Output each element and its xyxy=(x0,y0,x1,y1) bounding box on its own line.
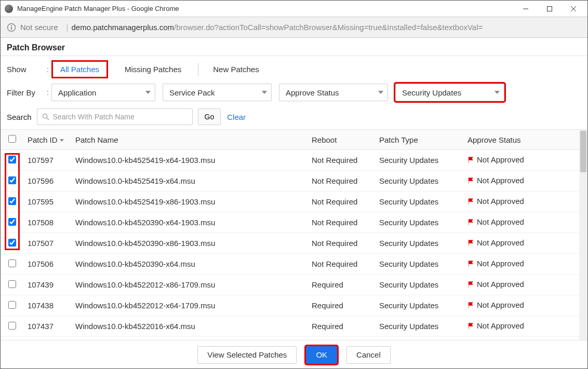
maximize-button[interactable] xyxy=(538,1,562,17)
cell-patch-id: 107436 xyxy=(23,337,71,340)
filter-row: Filter By : Application Service Pack App… xyxy=(7,84,581,101)
cell-patch-name: Windows10.0-kb4525419-x64-1903.msu xyxy=(71,150,308,171)
cell-reboot: Not Required xyxy=(308,150,375,171)
cell-patch-name: Windows10.0-kb4520390-x86-1903.msu xyxy=(71,233,308,254)
filter-application-dropdown[interactable]: Application xyxy=(51,84,155,101)
address-separator: | xyxy=(66,23,69,32)
cell-patch-type: Security Updates xyxy=(375,275,463,295)
row-checkbox[interactable] xyxy=(8,280,16,288)
cell-patch-id: 107596 xyxy=(23,171,71,192)
filter-securityupdates-dropdown[interactable]: Security Updates xyxy=(395,84,504,101)
tab-missing-patches[interactable]: Missing Patches xyxy=(117,62,189,77)
table-row[interactable]: 107437Windows10.0-kb4522016-x64.msuRequi… xyxy=(1,316,579,337)
cell-approve-status: Not Approved xyxy=(463,295,579,316)
cell-patch-name: Windows10.0-kb4522016-x64.msu xyxy=(71,316,308,337)
header-patch-type[interactable]: Patch Type xyxy=(375,130,463,150)
cell-patch-id: 107438 xyxy=(23,295,71,316)
cell-reboot: Not Required xyxy=(308,171,375,192)
row-checkbox[interactable] xyxy=(8,301,16,309)
cell-approve-status: Not Approved xyxy=(463,150,579,171)
row-checkbox[interactable] xyxy=(8,197,16,205)
show-label: Show xyxy=(7,65,44,74)
filter-servicepack-dropdown[interactable]: Service Pack xyxy=(163,84,272,101)
window-title: ManageEngine Patch Manager Plus - Google… xyxy=(17,5,179,12)
cell-patch-id: 107437 xyxy=(23,316,71,337)
cell-patch-type: Security Updates xyxy=(375,316,463,337)
table-row[interactable]: 107508Windows10.0-kb4520390-x64-1903.msu… xyxy=(1,212,579,233)
chevron-down-icon xyxy=(495,91,500,94)
cell-approve-status: Not Approved xyxy=(463,212,579,233)
table-row[interactable]: 107595Windows10.0-kb4525419-x86-1903.msu… xyxy=(1,192,579,212)
cell-patch-id: 107508 xyxy=(23,212,71,233)
page-title: Patch Browser xyxy=(1,38,587,56)
go-button[interactable]: Go xyxy=(198,108,221,125)
cell-patch-id: 107595 xyxy=(23,192,71,212)
filter-label: Filter By xyxy=(7,88,44,97)
cell-patch-type: Security Updates xyxy=(375,150,463,171)
cell-patch-type: Security Updates xyxy=(375,254,463,275)
header-approve-status[interactable]: Approve Status xyxy=(463,130,579,150)
flag-icon xyxy=(467,218,475,227)
flag-icon xyxy=(467,198,475,207)
close-button[interactable] xyxy=(562,1,585,17)
row-checkbox[interactable] xyxy=(8,218,16,226)
cancel-button[interactable]: Cancel xyxy=(346,346,391,364)
view-selected-button[interactable]: View Selected Patches xyxy=(197,346,297,364)
tab-all-patches[interactable]: All Patches xyxy=(51,60,108,78)
cell-patch-type: Security Updates xyxy=(375,212,463,233)
tabs-divider xyxy=(198,63,198,76)
table-row[interactable]: 107596Windows10.0-kb4525419-x64.msuNot R… xyxy=(1,171,579,192)
search-box[interactable] xyxy=(37,108,193,125)
table-row[interactable]: 107506Windows10.0-kb4520390-x64.msuNot R… xyxy=(1,254,579,275)
minimize-button[interactable] xyxy=(514,1,538,17)
cell-reboot: Required xyxy=(308,275,375,295)
clear-link[interactable]: Clear xyxy=(227,113,246,121)
header-patch-id[interactable]: Patch ID xyxy=(23,130,71,150)
select-all-checkbox[interactable] xyxy=(8,135,16,143)
scrollbar-thumb[interactable] xyxy=(580,131,586,172)
row-checkbox[interactable] xyxy=(8,322,16,330)
cell-reboot: Required xyxy=(308,316,375,337)
cell-reboot: Not Required xyxy=(308,192,375,212)
chevron-down-icon xyxy=(262,91,267,94)
cell-patch-id: 107597 xyxy=(23,150,71,171)
cell-patch-type: Security Updates xyxy=(375,233,463,254)
row-checkbox[interactable] xyxy=(8,176,16,184)
dropdown-value: Security Updates xyxy=(402,88,461,97)
cell-approve-status: Not Approved xyxy=(463,254,579,275)
ok-button[interactable]: OK xyxy=(306,346,337,364)
tab-new-patches[interactable]: New Patches xyxy=(206,62,266,77)
table-row[interactable]: 107438Windows10.0-kb4522012-x64-1709.msu… xyxy=(1,295,579,316)
cell-approve-status: Not Approved xyxy=(463,171,579,192)
flag-icon xyxy=(467,281,475,290)
address-bar[interactable]: Not secure | demo.patchmanagerplus.com/b… xyxy=(1,17,587,38)
not-secure-label: Not secure xyxy=(20,23,58,32)
row-checkbox[interactable] xyxy=(8,156,16,163)
show-row: Show : All Patches Missing Patches New P… xyxy=(7,60,581,78)
cell-reboot: Required xyxy=(308,295,375,316)
toolbar: Show : All Patches Missing Patches New P… xyxy=(1,56,587,108)
header-patch-name[interactable]: Patch Name xyxy=(71,130,308,150)
row-checkbox[interactable] xyxy=(8,239,16,247)
info-icon xyxy=(7,23,16,32)
cell-approve-status: Not Approved xyxy=(463,275,579,295)
cell-reboot: Not Required xyxy=(308,212,375,233)
cell-patch-name: Windows10.0-kb4525419-x86-1903.msu xyxy=(71,192,308,212)
cell-patch-name: Windows10.0-kb4525419-x64.msu xyxy=(71,171,308,192)
row-checkbox[interactable] xyxy=(8,259,16,267)
filter-approvestatus-dropdown[interactable]: Approve Status xyxy=(279,84,388,101)
vertical-scrollbar[interactable] xyxy=(579,130,587,340)
cell-patch-name: Windows10.0-kb4522012-x86-1709.msu xyxy=(71,275,308,295)
cell-reboot: Not Required xyxy=(308,254,375,275)
header-checkbox[interactable] xyxy=(1,130,23,150)
search-input[interactable] xyxy=(53,113,188,121)
table-row[interactable]: 107597Windows10.0-kb4525419-x64-1903.msu… xyxy=(1,150,579,171)
table-row[interactable]: 107507Windows10.0-kb4520390-x86-1903.msu… xyxy=(1,233,579,254)
table-row[interactable]: 107436Windows10.0-kb4522016-x64-1903.msu… xyxy=(1,337,579,340)
cell-approve-status: Not Approved xyxy=(463,233,579,254)
table-row[interactable]: 107439Windows10.0-kb4522012-x86-1709.msu… xyxy=(1,275,579,295)
header-reboot[interactable]: Reboot xyxy=(308,130,375,150)
cell-patch-id: 107439 xyxy=(23,275,71,295)
cell-approve-status: Not Approved xyxy=(463,316,579,337)
cell-reboot: Not Required xyxy=(308,233,375,254)
